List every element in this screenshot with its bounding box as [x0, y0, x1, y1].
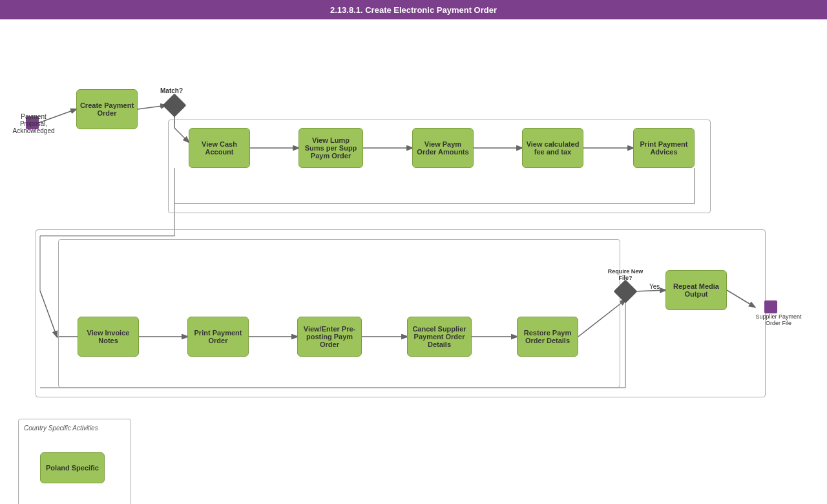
yes-label: Yes [649, 283, 660, 290]
match-diamond [163, 94, 187, 118]
view-invoice-notes-box[interactable]: View Invoice Notes [78, 317, 139, 357]
country-specific-label: Country Specific Activities [24, 425, 98, 432]
view-cash-account-box[interactable]: View Cash Account [189, 128, 250, 168]
supplier-payment-file-event [764, 300, 777, 313]
title-text: 2.13.8.1. Create Electronic Payment Orde… [330, 5, 497, 15]
match-label: Match? [160, 87, 183, 94]
view-paym-order-amounts-box[interactable]: View Paym Order Amounts [412, 128, 474, 168]
poland-specific-box[interactable]: Poland Specific [40, 452, 105, 483]
view-calculated-fee-box[interactable]: View calculated fee and tax [522, 128, 583, 168]
require-new-file-label: Require New File? [606, 268, 645, 281]
supplier-payment-file-label: Supplier Payment Order File [753, 313, 804, 326]
diagram-canvas: Payment Proposal, Acknowledged Create Pa… [0, 19, 827, 504]
svg-line-1 [138, 105, 166, 109]
payment-proposal-label: Payment Proposal, Acknowledged [8, 113, 59, 134]
restore-paym-order-box[interactable]: Restore Paym Order Details [517, 317, 578, 357]
print-payment-order-box[interactable]: Print Payment Order [187, 317, 249, 357]
title-bar: 2.13.8.1. Create Electronic Payment Orde… [0, 0, 827, 19]
inner-lower-container [58, 239, 620, 388]
create-payment-order-box[interactable]: Create Payment Order [76, 89, 138, 129]
print-payment-advices-box[interactable]: Print Payment Advices [633, 128, 695, 168]
repeat-media-output-box[interactable]: Repeat Media Output [665, 270, 727, 310]
view-lump-sums-box[interactable]: View Lump Sums per Supp Paym Order [298, 128, 363, 168]
cancel-supplier-box[interactable]: Cancel Supplier Payment Order Details [407, 317, 472, 357]
view-enter-pre-posting-box[interactable]: View/Enter Pre-posting Paym Order [297, 317, 362, 357]
